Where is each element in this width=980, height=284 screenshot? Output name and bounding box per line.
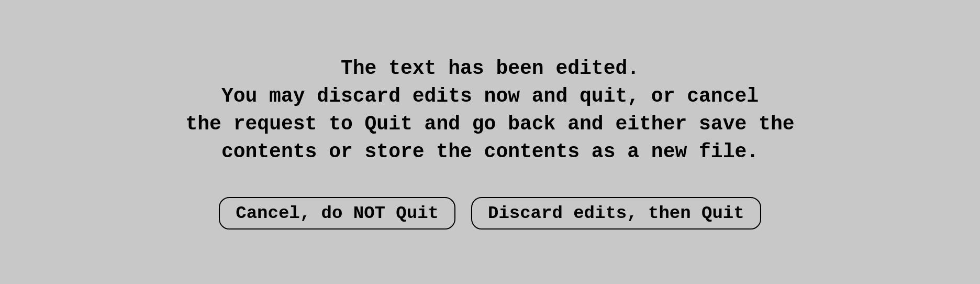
message-area: The text has been edited. You may discar… (186, 54, 795, 166)
message-line1: The text has been edited. (186, 54, 795, 82)
message-line3: the request to Quit and go back and eith… (186, 110, 795, 138)
buttons-area: Cancel, do NOT Quit Discard edits, then … (219, 197, 761, 230)
cancel-button[interactable]: Cancel, do NOT Quit (219, 197, 455, 230)
message-line4: contents or store the contents as a new … (186, 138, 795, 166)
message-line2: You may discard edits now and quit, or c… (186, 82, 795, 110)
dialog-container: The text has been edited. You may discar… (0, 0, 980, 284)
discard-button[interactable]: Discard edits, then Quit (471, 197, 761, 230)
